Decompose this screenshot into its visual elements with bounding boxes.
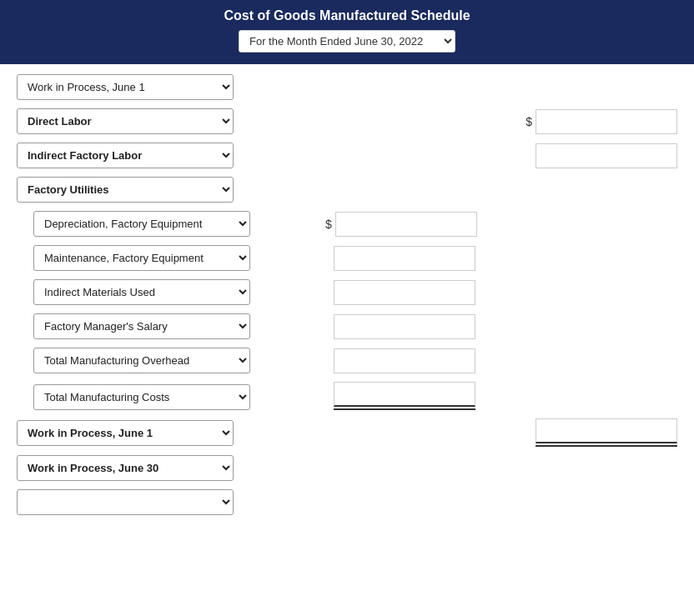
select-depreciation[interactable]: Depreciation, Factory Equipment <box>33 211 250 237</box>
select-maintenance[interactable]: Maintenance, Factory Equipment <box>33 245 250 271</box>
page-header: Cost of Goods Manufactured Schedule For … <box>0 0 694 64</box>
row-depreciation: Depreciation, Factory Equipment $ <box>17 211 677 237</box>
dollar-sign-direct-labor: $ <box>526 115 532 128</box>
row-total-mfg-costs: Total Manufacturing Costs <box>17 382 677 410</box>
total-mfg-overhead-input[interactable] <box>334 348 475 373</box>
label-total-mfg-costs[interactable]: Total Manufacturing Costs <box>33 384 250 410</box>
label-work-in-process-june1[interactable]: Work in Process, June 1 <box>17 74 234 100</box>
label-factory-utilities[interactable]: Factory Utilities <box>17 177 234 203</box>
form-content: Work in Process, June 1 Direct Labor $ I… <box>0 64 694 533</box>
depreciation-input[interactable] <box>335 212 477 237</box>
label-total-mfg-overhead[interactable]: Total Manufacturing Overhead <box>33 348 250 373</box>
indirect-factory-labor-input[interactable] <box>536 143 677 168</box>
row-direct-labor: Direct Labor $ <box>17 108 677 134</box>
select-indirect-materials[interactable]: Indirect Materials Used <box>33 279 250 305</box>
select-work-in-process-june30[interactable]: Work in Process, June 30 <box>17 455 234 481</box>
label-work-in-process-june1-b[interactable]: Work in Process, June 1 <box>17 420 234 446</box>
select-last[interactable] <box>17 489 234 515</box>
indirect-factory-labor-input-col <box>536 143 677 168</box>
label-last[interactable] <box>17 489 234 515</box>
page-title: Cost of Goods Manufactured Schedule <box>17 8 677 23</box>
row-work-in-process-june1: Work in Process, June 1 <box>17 74 677 100</box>
total-mfg-costs-input[interactable] <box>334 382 475 407</box>
select-direct-labor[interactable]: Direct Labor <box>17 108 234 134</box>
work-in-process-june1-b-input[interactable] <box>536 418 677 443</box>
period-select[interactable]: For the Month Ended June 30, 2022 <box>239 30 455 53</box>
direct-labor-input[interactable] <box>536 109 677 134</box>
row-maintenance: Maintenance, Factory Equipment <box>17 245 677 271</box>
work-in-process-june1-b-input-col <box>536 418 677 447</box>
maintenance-input[interactable] <box>334 246 475 271</box>
select-total-mfg-costs[interactable]: Total Manufacturing Costs <box>33 384 250 410</box>
select-factory-utilities[interactable]: Factory Utilities <box>17 177 234 203</box>
select-factory-manager-salary[interactable]: Factory Manager's Salary <box>33 313 250 339</box>
row-indirect-materials: Indirect Materials Used <box>17 279 677 305</box>
label-factory-manager-salary[interactable]: Factory Manager's Salary <box>33 313 250 339</box>
select-indirect-factory-labor[interactable]: Indirect Factory Labor <box>17 143 234 168</box>
label-indirect-factory-labor[interactable]: Indirect Factory Labor <box>17 143 234 168</box>
label-maintenance[interactable]: Maintenance, Factory Equipment <box>33 245 250 271</box>
label-work-in-process-june30[interactable]: Work in Process, June 30 <box>17 455 234 481</box>
row-total-mfg-overhead: Total Manufacturing Overhead <box>17 348 677 373</box>
row-indirect-factory-labor: Indirect Factory Labor <box>17 143 677 168</box>
label-indirect-materials[interactable]: Indirect Materials Used <box>33 279 250 305</box>
dollar-sign-depreciation: $ <box>325 218 332 231</box>
indirect-materials-input[interactable] <box>334 280 475 305</box>
factory-manager-salary-input[interactable] <box>334 314 475 339</box>
label-direct-labor[interactable]: Direct Labor <box>17 108 234 134</box>
row-factory-manager-salary: Factory Manager's Salary <box>17 313 677 339</box>
row-work-in-process-june30: Work in Process, June 30 <box>17 455 677 481</box>
direct-labor-input-col: $ <box>526 109 677 134</box>
row-work-in-process-june1-b: Work in Process, June 1 <box>17 418 677 447</box>
row-factory-utilities: Factory Utilities <box>17 177 677 203</box>
select-work-in-process-june1[interactable]: Work in Process, June 1 <box>17 74 234 100</box>
row-last <box>17 489 677 515</box>
select-work-in-process-june1-b[interactable]: Work in Process, June 1 <box>17 420 234 446</box>
select-total-mfg-overhead[interactable]: Total Manufacturing Overhead <box>33 348 250 373</box>
label-depreciation[interactable]: Depreciation, Factory Equipment <box>33 211 250 237</box>
